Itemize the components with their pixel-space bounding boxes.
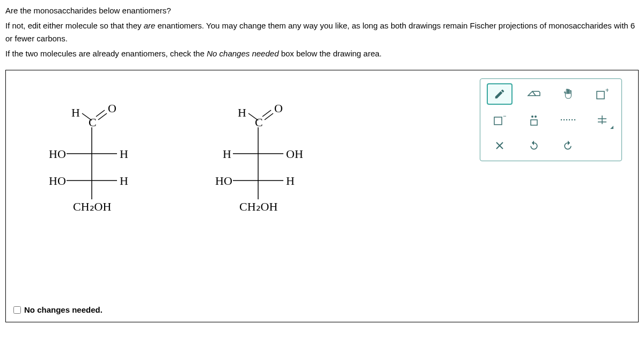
svg-point-27 [569, 119, 570, 120]
svg-point-29 [574, 119, 575, 120]
bond-tool[interactable] [555, 109, 581, 131]
no-changes-checkbox[interactable] [13, 306, 21, 314]
q-line3b: box below the drawing area. [279, 49, 382, 58]
m2-topC: C [255, 116, 263, 129]
question-text: Are the monosaccharides below enantiomer… [5, 4, 639, 60]
molecule-left[interactable]: H C O HO H HO H CH₂OH [38, 103, 145, 221]
m1-topC: C [89, 116, 97, 129]
box-minus-tool[interactable]: − [487, 109, 513, 131]
bond-icon [560, 117, 576, 122]
tool-row-3 [485, 135, 617, 156]
lone-pair-tool[interactable] [521, 109, 547, 131]
m1-r1l: HO [49, 147, 66, 161]
q-line3italic: No changes needed [207, 49, 279, 58]
molecule-right[interactable]: H C O H OH HO H CH₂OH [204, 103, 312, 221]
m2-bottom: CH₂OH [239, 200, 277, 214]
expand-indicator [610, 126, 613, 129]
redo-icon [562, 140, 573, 151]
lone-pair-icon [528, 113, 540, 126]
undo-tool[interactable] [521, 135, 547, 156]
q-line2italic: are [144, 21, 156, 30]
pencil-tool[interactable] [487, 83, 513, 105]
drawing-area[interactable]: H C O HO H HO H CH₂OH H C O H O [5, 70, 639, 322]
q-line2a: If not, edit either molecule so that the… [5, 21, 144, 30]
no-changes-label[interactable]: No changes needed. [24, 305, 103, 314]
m2-r1l: H [223, 147, 231, 161]
m2-r2l: HO [215, 174, 232, 188]
svg-point-26 [566, 119, 567, 120]
box-plus-icon: + [596, 88, 609, 100]
svg-text:−: − [503, 114, 506, 120]
m2-topH: H [238, 106, 246, 120]
q-line3a: If the two molecules are already enantio… [5, 49, 207, 58]
m1-r2l: HO [49, 174, 66, 188]
structure-icon [596, 113, 609, 126]
m2-r1r: OH [286, 147, 303, 161]
box-minus-icon: − [493, 114, 506, 126]
svg-rect-19 [494, 117, 502, 125]
close-tool[interactable] [487, 135, 513, 156]
m1-topH: H [71, 106, 80, 120]
close-icon [495, 141, 504, 150]
svg-point-25 [564, 119, 565, 120]
svg-rect-23 [531, 120, 537, 125]
svg-line-16 [532, 91, 536, 96]
tool-row-2: − [485, 109, 617, 131]
q-line1: Are the monosaccharides below enantiomer… [5, 6, 171, 15]
no-changes-row: No changes needed. [13, 305, 103, 314]
hand-tool[interactable] [555, 83, 581, 105]
box-plus-tool[interactable]: + [589, 83, 615, 105]
m1-topO: O [108, 102, 116, 116]
pencil-icon [494, 88, 506, 100]
m1-r2r: H [120, 174, 128, 188]
undo-icon [529, 140, 539, 151]
eraser-tool[interactable] [521, 83, 547, 105]
m2-r2r: H [286, 174, 295, 188]
svg-text:+: + [605, 88, 609, 94]
structure-tool[interactable] [589, 109, 615, 131]
hand-icon [562, 88, 574, 100]
svg-rect-17 [597, 91, 604, 99]
svg-point-28 [572, 119, 573, 120]
m2-topO: O [274, 102, 283, 116]
toolbox: + − [480, 78, 622, 161]
redo-tool[interactable] [555, 135, 581, 156]
svg-point-21 [531, 116, 533, 118]
m1-r1r: H [120, 147, 128, 161]
tool-row-1: + [485, 83, 617, 105]
eraser-icon [527, 89, 541, 99]
svg-point-22 [535, 116, 537, 118]
m1-bottom: CH₂OH [73, 200, 111, 214]
svg-point-24 [561, 119, 562, 120]
